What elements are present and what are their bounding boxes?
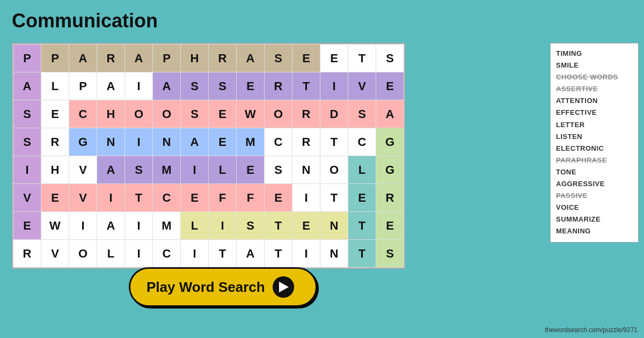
grid-cell: M [153,156,181,184]
grid-cell: P [69,72,97,100]
grid-cell: R [13,240,41,268]
grid-cell: S [237,212,265,240]
grid-cell: C [153,184,181,212]
grid-cell: V [69,184,97,212]
grid-cell: E [41,100,69,128]
grid-cell: A [237,240,265,268]
grid-cell: N [320,212,348,240]
grid-cell: C [153,240,181,268]
grid-cell: O [153,100,181,128]
grid-cell: T [320,128,348,156]
grid-cell: A [153,72,181,100]
grid-cell: E [348,184,376,212]
word-list-item: PASSIVE [556,190,633,202]
grid-cell: E [237,156,265,184]
grid-cell: E [209,100,237,128]
play-button[interactable]: Play Word Search [129,267,317,307]
word-list-item: AGGRESSIVE [556,178,633,190]
grid-cell: L [97,240,125,268]
grid-cell: E [265,184,292,212]
word-list-item: TONE [556,166,633,178]
word-list-item: SUMMARIZE [556,214,633,225]
word-list-item: PARAPHRASE [556,155,633,166]
grid-cell: O [69,240,97,268]
grid-cell: S [181,72,209,100]
grid-cell: V [41,240,69,268]
play-icon [273,276,294,298]
grid-cell: I [13,156,41,184]
grid-cell: F [237,184,265,212]
grid-cell: L [181,212,209,240]
grid-cell: A [13,72,41,100]
grid-cell: E [292,45,320,72]
grid-cell: I [125,128,153,156]
grid-cell: S [181,100,209,128]
grid-cell: L [209,156,237,184]
grid-cell: R [376,184,404,212]
grid-cell: A [376,100,404,128]
grid-cell: S [376,45,404,72]
grid-cell: E [181,184,209,212]
grid-cell: V [348,72,376,100]
grid-cell: F [209,184,237,212]
grid-cell: A [97,212,125,240]
grid-cell: D [320,100,348,128]
grid-cell: A [181,128,209,156]
grid-cell: O [320,156,348,184]
grid-cell: I [69,212,97,240]
grid-cell: S [125,156,153,184]
word-search-grid: PPARAPHRASEETSALPAIASSERTIVESECHOOSEWORD… [12,43,405,269]
grid-cell: H [181,45,209,72]
grid-cell: I [292,184,320,212]
word-list-item: CHOOSE WORDS [556,71,633,83]
word-list: TIMINGSMILECHOOSE WORDSASSERTIVEATTENTIO… [550,43,639,243]
grid-cell: R [41,128,69,156]
grid-cell: I [97,184,125,212]
grid-cell: E [376,212,404,240]
grid-cell: E [209,128,237,156]
page-title: Communication [12,10,158,32]
grid-cell: P [41,45,69,72]
grid-cell: G [376,128,404,156]
word-list-item: VOICE [556,202,633,214]
grid-cell: W [237,100,265,128]
grid-cell: N [153,128,181,156]
word-list-item: EFFECTIVE [556,107,633,119]
grid-cell: E [237,72,265,100]
play-button-text: Play Word Search [147,279,265,296]
grid-cell: T [348,212,376,240]
grid-cell: I [292,240,320,268]
grid-cell: T [265,212,292,240]
grid-cell: S [13,128,41,156]
grid-cell: E [320,45,348,72]
grid-cell: S [376,240,404,268]
grid-cell: N [320,240,348,268]
grid-cell: R [209,45,237,72]
grid-cell: E [41,184,69,212]
grid-cell: A [69,45,97,72]
grid-cell: I [320,72,348,100]
grid-cell: W [41,212,69,240]
grid-cell: I [209,212,237,240]
grid-cell: T [292,72,320,100]
grid-cell: I [125,240,153,268]
grid-cell: P [153,45,181,72]
grid-cell: I [125,212,153,240]
grid-cell: O [265,100,292,128]
credit-text: thewordsearch.com/puzzle/9271 [545,326,638,334]
grid-cell: V [69,156,97,184]
word-list-item: ASSERTIVE [556,83,633,95]
word-list-item: ATTENTION [556,95,633,107]
grid-cell: T [320,184,348,212]
word-list-item: ELECTRONIC [556,143,633,155]
grid-cell: P [13,45,41,72]
grid-cell: C [348,128,376,156]
grid-cell: S [265,45,292,72]
grid-cell: R [292,128,320,156]
grid-cell: T [348,240,376,268]
grid-cell: S [13,100,41,128]
grid-cell: S [348,100,376,128]
grid-cell: A [237,45,265,72]
grid-cell: T [265,240,292,268]
grid-cell: A [97,72,125,100]
